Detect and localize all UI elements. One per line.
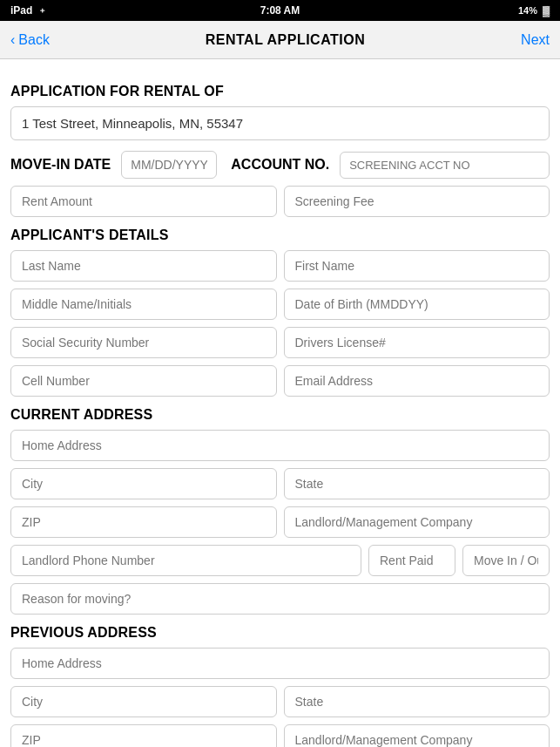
application-section-title: APPLICATION FOR RENTAL OF: [10, 84, 550, 99]
current-landlord-input[interactable]: [284, 506, 550, 538]
previous-zip-input[interactable]: [10, 724, 277, 747]
nav-title: RENTAL APPLICATION: [206, 32, 366, 48]
first-name-input[interactable]: [284, 250, 550, 282]
drivers-license-input[interactable]: [284, 327, 550, 358]
next-button[interactable]: Next: [521, 32, 550, 48]
previous-home-address-input[interactable]: [10, 648, 550, 679]
screening-fee-input[interactable]: [284, 186, 550, 217]
cell-email-row: [10, 365, 550, 397]
name-row: [10, 250, 550, 282]
current-address-section-title: CURRENT ADDRESS: [10, 407, 550, 423]
current-city-input[interactable]: [10, 468, 277, 499]
movein-row: MOVE-IN DATE ACCOUNT NO.: [10, 151, 550, 179]
current-reason-input[interactable]: [10, 583, 550, 615]
current-zip-landlord-row: [10, 506, 550, 538]
previous-city-input[interactable]: [10, 686, 277, 717]
current-home-address-row: [10, 430, 550, 461]
middle-dob-row: [10, 289, 550, 320]
account-number-input[interactable]: [340, 152, 550, 179]
current-state-input[interactable]: [284, 468, 550, 499]
back-button[interactable]: ‹ Back: [10, 32, 50, 48]
previous-landlord-input[interactable]: [284, 724, 550, 747]
current-zip-input[interactable]: [10, 506, 277, 538]
cell-number-input[interactable]: [10, 365, 277, 397]
status-bar: iPad ﹢ 7:08 AM 14% ▓: [0, 0, 560, 21]
middle-name-input[interactable]: [10, 289, 277, 320]
current-city-state-row: [10, 468, 550, 499]
current-rent-paid-input[interactable]: [368, 545, 455, 576]
movein-label: MOVE-IN DATE: [10, 157, 111, 173]
current-landlord-phone-input[interactable]: [10, 545, 361, 576]
wifi-icon: ﹢: [37, 3, 48, 18]
previous-city-state-row: [10, 686, 550, 717]
carrier-label: iPad: [10, 4, 32, 17]
applicant-section-title: APPLICANT'S DETAILS: [10, 227, 550, 243]
previous-state-input[interactable]: [284, 686, 550, 717]
previous-address-section-title: PREVIOUS ADDRESS: [10, 625, 550, 641]
main-content: APPLICATION FOR RENTAL OF 1 Test Street,…: [0, 59, 560, 747]
movein-date-input[interactable]: [121, 151, 217, 179]
ssn-input[interactable]: [10, 327, 277, 358]
status-right: 14% ▓: [518, 5, 550, 16]
ssn-license-row: [10, 327, 550, 358]
rent-screening-row: [10, 186, 550, 217]
rent-amount-input[interactable]: [10, 186, 277, 217]
current-home-address-input[interactable]: [10, 430, 550, 461]
battery-label: 14%: [518, 5, 537, 16]
back-label: Back: [18, 32, 50, 48]
rental-address: 1 Test Street, Minneapolis, MN, 55347: [10, 106, 550, 140]
status-time: 7:08 AM: [260, 4, 300, 17]
email-address-input[interactable]: [284, 365, 550, 397]
previous-zip-landlord-row: [10, 724, 550, 747]
current-reason-row: [10, 583, 550, 615]
current-phone-rent-move-row: [10, 545, 550, 576]
current-move-in-out-input[interactable]: [462, 545, 550, 576]
status-left: iPad ﹢: [10, 3, 48, 18]
chevron-left-icon: ‹: [10, 32, 15, 48]
previous-home-address-row: [10, 648, 550, 679]
nav-bar: ‹ Back RENTAL APPLICATION Next: [0, 21, 560, 59]
dob-input[interactable]: [284, 289, 550, 320]
account-label: ACCOUNT NO.: [231, 157, 329, 173]
battery-icon: ▓: [543, 5, 550, 16]
last-name-input[interactable]: [10, 250, 277, 282]
